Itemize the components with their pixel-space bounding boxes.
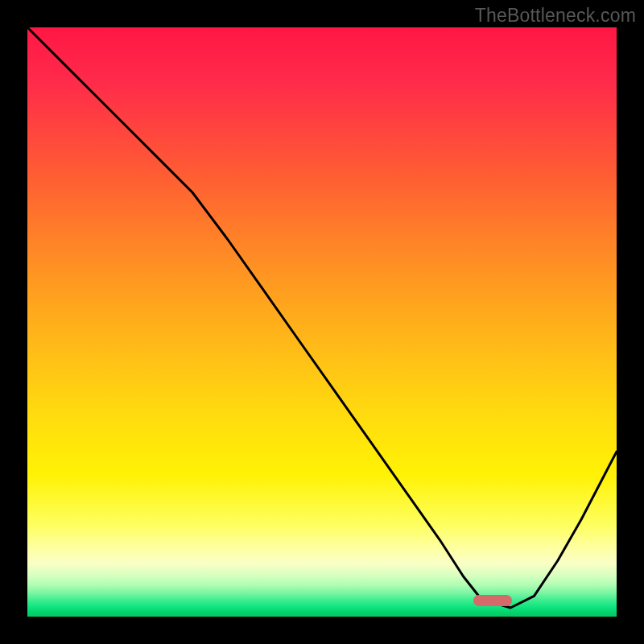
watermark-text: TheBottleneck.com bbox=[475, 5, 636, 27]
optimal-range-marker bbox=[473, 595, 512, 606]
bottleneck-curve bbox=[27, 27, 617, 617]
chart-frame: TheBottleneck.com bbox=[0, 0, 644, 644]
plot-area bbox=[27, 27, 617, 617]
